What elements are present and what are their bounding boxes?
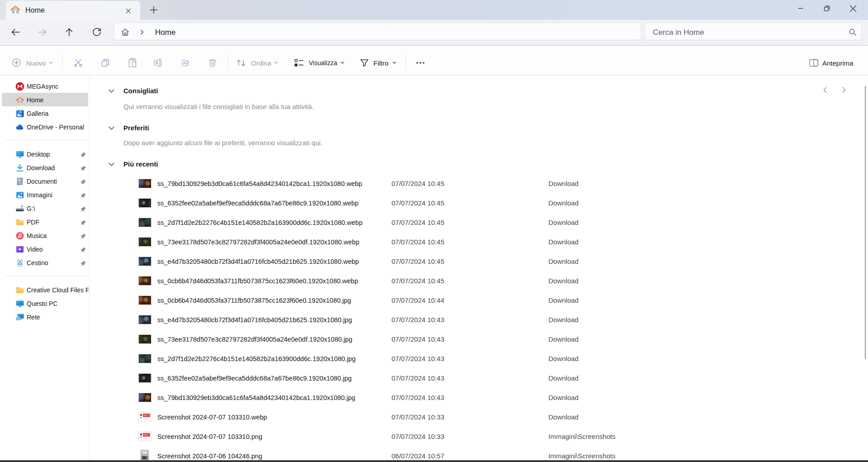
svg-text:?: ? bbox=[21, 205, 24, 209]
